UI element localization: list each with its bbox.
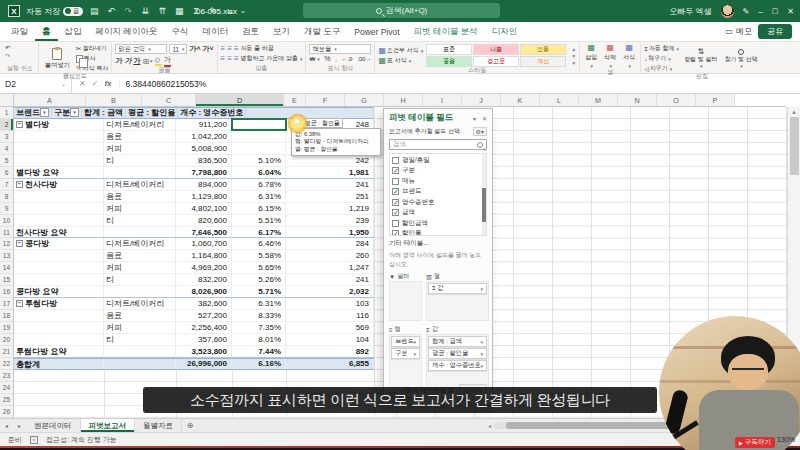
rate-cell[interactable]: 7.44% [232,346,286,357]
number-format-select[interactable]: 백분율 [309,44,371,54]
row-header[interactable]: 15 [0,274,13,286]
amount-cell[interactable]: 832,200 [176,274,232,286]
fill-color-button[interactable]: ◇ [155,56,162,66]
row-header[interactable]: 25 [0,394,13,406]
percent-style-icon[interactable] [324,55,330,62]
select-all-corner[interactable] [0,94,14,107]
name-box[interactable]: D2 [0,74,72,93]
category-cell[interactable]: 디저트/베이커리 [104,238,176,250]
brand-cell[interactable]: 천사다방 [14,179,104,191]
count-cell[interactable]: 239 [286,215,374,227]
save-icon[interactable] [89,6,99,16]
scroll-left-icon[interactable]: ◂ [488,422,491,429]
amount-cell[interactable]: 527,200 [176,310,232,322]
brand-cell[interactable] [14,274,104,286]
brand-cell[interactable] [14,250,104,262]
field-item[interactable]: 구분 [392,166,480,177]
row-header[interactable]: 12 [0,238,13,250]
count-cell[interactable]: 241 [286,179,374,191]
checkbox[interactable] [392,230,399,236]
brand-cell[interactable]: 총합계 [14,359,104,369]
brand-cell[interactable] [14,262,104,274]
sort-ascending-icon[interactable] [140,6,150,16]
category-cell[interactable]: 티 [104,155,176,167]
selected-cell-outline[interactable] [231,118,287,131]
count-cell[interactable]: 6,855 [286,359,374,369]
conditional-formatting-button[interactable]: ▦조건부 서식 [378,46,423,55]
collapse-icon[interactable] [16,300,23,307]
filters-dropzone[interactable] [389,281,422,321]
rate-cell[interactable]: 5.51% [232,215,286,227]
column-header[interactable]: L [540,94,579,106]
amount-cell[interactable]: 894,000 [176,179,232,191]
panel-close-icon[interactable]: ✕ [482,115,487,122]
rate-cell[interactable]: 6.78% [232,179,286,191]
amount-cell[interactable]: 3,523,800 [176,346,232,357]
column-header[interactable]: I [423,94,462,106]
column-header[interactable]: A [14,94,86,106]
rate-cell[interactable]: 6.31% [232,298,286,310]
count-cell[interactable]: 116 [286,310,374,322]
column-header[interactable]: G [345,94,384,106]
count-cell[interactable]: 1,981 [286,167,374,178]
brand-cell[interactable] [14,155,104,167]
rate-cell[interactable]: 6.16% [232,359,286,369]
amount-cell[interactable]: 1,042,200 [176,131,232,143]
more-tables-link[interactable]: 기타 테이블... [389,239,487,248]
field-chip[interactable]: Σ 값 [428,283,487,294]
amount-cell[interactable]: 4,802,100 [176,203,232,215]
pen-icon[interactable] [743,7,750,16]
undo-button[interactable] [5,44,10,51]
column-header[interactable]: K [501,94,540,106]
maximize-button[interactable] [772,7,779,15]
rate-cell[interactable]: 6.46% [232,238,286,250]
category-cell[interactable] [104,167,176,178]
redo-icon[interactable] [123,6,133,16]
sort-descending-icon[interactable] [157,6,167,16]
gear-icon[interactable]: ⚙▾ [473,127,487,136]
count-cell[interactable]: 242 [286,155,374,167]
rate-cell[interactable] [232,143,286,155]
sheet-tab[interactable]: 피벗보고서 [81,419,136,432]
subscribe-badge[interactable]: ▶ 구독하기 [735,437,775,448]
checkbox[interactable] [392,167,399,174]
count-cell[interactable]: 892 [286,346,374,357]
brand-cell[interactable] [14,322,104,334]
font-color-button[interactable]: 가 [164,55,171,67]
ribbon-tab[interactable]: 피벗 테이블 분석 [407,22,485,41]
column-header[interactable]: J [462,94,501,106]
ribbon-tab[interactable]: 수식 [164,22,195,41]
count-cell[interactable]: 1,247 [286,262,374,274]
prev-sheet-icon[interactable]: ◂ [0,419,13,432]
rate-cell[interactable]: 5.26% [232,274,286,286]
brand-cell[interactable]: 콩다방 [14,238,104,250]
add-sheet-button[interactable]: ⊕ [182,419,198,432]
rate-cell[interactable]: 6.04% [232,167,286,178]
brand-cell[interactable]: 투썸다방 요약 [14,346,104,357]
zoom-level[interactable]: 130% [777,436,795,443]
category-cell[interactable]: 음료 [104,250,176,262]
category-cell[interactable] [104,227,176,238]
undo-icon[interactable] [106,6,116,16]
fill-button[interactable]: ↓채우기 [644,54,679,63]
bold-button[interactable]: 가 [115,56,122,66]
brand-cell[interactable]: 별다방 요약 [14,167,104,178]
align-left-icon[interactable] [221,54,226,63]
ribbon-tab[interactable]: 보기 [266,22,297,41]
pivot-header-cell[interactable]: 평균 : 할인율 [126,108,178,118]
checkbox[interactable] [392,220,399,227]
rows-dropzone[interactable]: 브랜드구분 [389,334,422,388]
column-header[interactable]: D [196,94,284,106]
cancel-icon[interactable]: ✕ [79,79,86,88]
count-cell[interactable]: 569 [286,322,374,334]
category-cell[interactable] [104,286,176,297]
brand-cell[interactable]: 투썸다방 [14,298,104,310]
pivot-header-cell[interactable]: 개수 : 영수증번호 [178,108,246,118]
brand-cell[interactable] [14,203,104,215]
share-button[interactable]: 공유 [758,24,792,39]
category-cell[interactable]: 티 [104,334,176,346]
collapse-icon[interactable] [16,181,23,188]
rate-cell[interactable] [232,131,286,143]
filter-dropdown-icon[interactable] [40,108,49,117]
field-item[interactable]: 할인금액 [392,218,480,229]
